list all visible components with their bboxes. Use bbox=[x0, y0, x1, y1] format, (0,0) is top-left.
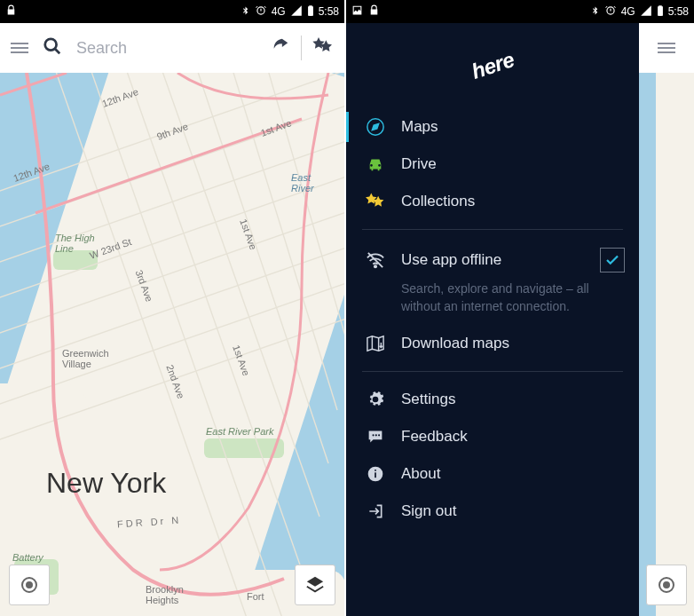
bluetooth-icon bbox=[590, 4, 600, 20]
hamburger-icon[interactable] bbox=[658, 43, 675, 53]
layers-button[interactable] bbox=[295, 565, 335, 605]
svg-point-19 bbox=[27, 582, 32, 588]
alarm-icon bbox=[255, 4, 267, 20]
offline-checkbox[interactable] bbox=[600, 248, 625, 272]
menu-maps[interactable]: Maps bbox=[346, 108, 639, 146]
network-label: 4G bbox=[272, 5, 286, 18]
divider bbox=[362, 371, 623, 372]
battery-icon bbox=[307, 4, 314, 20]
offline-toggle-row[interactable]: Use app offline bbox=[346, 239, 639, 276]
menu-label: Download maps bbox=[401, 335, 509, 352]
menu-download[interactable]: Download maps bbox=[346, 325, 639, 362]
menu-collections[interactable]: Collections bbox=[346, 183, 639, 220]
menu-label: About bbox=[401, 465, 440, 483]
status-time: 5:58 bbox=[319, 5, 339, 18]
svg-rect-28 bbox=[375, 472, 376, 478]
svg-line-11 bbox=[53, 73, 248, 616]
search-input[interactable]: Search bbox=[76, 39, 256, 58]
city-label: New York bbox=[46, 467, 166, 500]
svg-line-2 bbox=[55, 49, 60, 54]
image-icon bbox=[351, 4, 363, 19]
stars-icon bbox=[366, 192, 385, 211]
svg-point-1 bbox=[45, 39, 57, 51]
menu-label: Sign out bbox=[401, 502, 456, 520]
logo-area: here bbox=[346, 23, 639, 108]
map-label-greenwich: Greenwich Village bbox=[62, 348, 109, 369]
status-bar: 4G 5:58 bbox=[0, 0, 344, 23]
offline-description: Search, explore and navigate – all witho… bbox=[346, 276, 639, 325]
svg-line-12 bbox=[89, 73, 284, 616]
svg-point-31 bbox=[664, 582, 669, 588]
map-canvas[interactable]: The High Line East River Park Greenwich … bbox=[0, 73, 344, 616]
map-label-eastriverpark: East River Park bbox=[206, 426, 273, 437]
menu-label: Drive bbox=[401, 155, 437, 173]
map-label-eastriver: East River bbox=[291, 172, 314, 193]
bluetooth-icon bbox=[241, 4, 250, 20]
signal-icon bbox=[640, 4, 652, 20]
svg-rect-0 bbox=[309, 8, 312, 15]
menu-label: Settings bbox=[401, 391, 455, 408]
locate-button[interactable] bbox=[646, 565, 687, 605]
status-bar-right: 4G 5:58 bbox=[346, 0, 694, 23]
directions-icon[interactable] bbox=[271, 36, 290, 59]
search-icon[interactable] bbox=[43, 36, 62, 59]
gear-icon bbox=[366, 390, 385, 409]
hamburger-icon[interactable] bbox=[11, 43, 28, 53]
map-sliver bbox=[639, 23, 694, 616]
battery-icon bbox=[657, 4, 664, 20]
menu-label: Collections bbox=[401, 193, 475, 210]
svg-rect-20 bbox=[659, 8, 662, 15]
lock-icon bbox=[368, 4, 380, 19]
lock-icon bbox=[5, 4, 17, 19]
svg-point-25 bbox=[375, 434, 377, 436]
signal-icon bbox=[290, 4, 303, 20]
svg-rect-29 bbox=[375, 470, 376, 471]
map-view-panel: 4G 5:58 Search bbox=[0, 0, 346, 616]
menu-drive[interactable]: Drive bbox=[346, 146, 639, 183]
map-download-icon bbox=[366, 334, 385, 353]
compass-icon bbox=[366, 117, 385, 137]
menu-about[interactable]: About bbox=[346, 455, 639, 493]
divider bbox=[362, 229, 623, 230]
car-icon bbox=[366, 154, 385, 174]
menu-feedback[interactable]: Feedback bbox=[346, 418, 639, 455]
network-label: 4G bbox=[621, 5, 635, 18]
toolbar-separator bbox=[301, 36, 302, 60]
here-logo: here bbox=[469, 47, 517, 84]
alarm-icon bbox=[604, 4, 617, 20]
menu-settings[interactable]: Settings bbox=[346, 381, 639, 418]
collections-icon[interactable] bbox=[312, 37, 334, 59]
locate-button[interactable] bbox=[9, 565, 50, 605]
map-sliver-canvas[interactable] bbox=[639, 73, 694, 616]
svg-line-14 bbox=[160, 73, 319, 517]
map-label-brooklyn: Brooklyn Heights bbox=[146, 584, 184, 605]
status-time: 5:58 bbox=[668, 5, 689, 18]
feedback-icon bbox=[366, 427, 385, 446]
strip-toolbar bbox=[639, 23, 694, 73]
menu-label: Feedback bbox=[401, 428, 468, 446]
offline-label: Use app offline bbox=[401, 251, 584, 269]
app-toolbar: Search bbox=[0, 23, 344, 73]
menu-signout[interactable]: Sign out bbox=[346, 493, 639, 530]
wifi-off-icon bbox=[366, 250, 385, 270]
svg-point-26 bbox=[378, 434, 380, 436]
nav-drawer: here Maps Drive Collections Use app offl… bbox=[346, 23, 639, 616]
map-label-fort: Fort bbox=[247, 591, 264, 602]
info-icon bbox=[366, 464, 385, 484]
drawer-panel: 4G 5:58 here Maps Drive Collections Use … bbox=[346, 0, 694, 616]
menu-label: Maps bbox=[401, 118, 438, 136]
signout-icon bbox=[366, 501, 385, 521]
svg-point-22 bbox=[375, 265, 376, 267]
svg-point-24 bbox=[372, 434, 374, 436]
